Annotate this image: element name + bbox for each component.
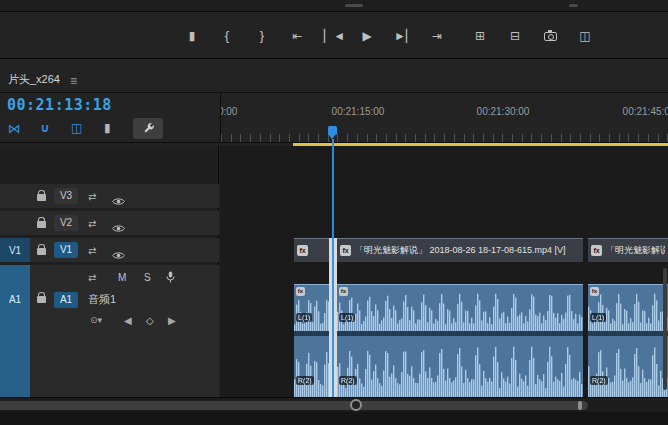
previous-keyframe-button[interactable]: ◀: [124, 315, 132, 326]
source-patch-a1[interactable]: A1: [0, 265, 30, 397]
track-header-v2: V2 ⇄: [0, 211, 219, 235]
timeline-settings-button[interactable]: [133, 118, 163, 139]
current-timecode[interactable]: 00:21:13:18: [7, 96, 112, 114]
track-header-v3: V3 ⇄: [0, 184, 219, 208]
camera-icon: [544, 32, 557, 41]
track-name-a1[interactable]: A1: [54, 292, 78, 308]
channel-label-left: L(1): [590, 313, 606, 322]
time-ruler[interactable]: 00:21:00:00 00:21:15:00 00:21:30:00 00:2…: [220, 93, 668, 143]
fx-badge: fx: [339, 287, 348, 296]
audio-clip-segment[interactable]: fx L(1) R(2): [294, 284, 329, 397]
timeline-tab-bar: 片头_x264 ≡: [0, 60, 668, 93]
audio-channel-left-lane: fx L(1): [294, 284, 329, 331]
ruler-label: 00:21:00:00: [220, 106, 237, 117]
ruler-label: 00:21:15:00: [332, 106, 385, 117]
linked-selection-icon[interactable]: ◫: [71, 122, 82, 134]
step-back-button[interactable]: ▏◄: [324, 30, 340, 42]
track-name-v1[interactable]: V1: [54, 242, 78, 258]
nest-sequence-icon[interactable]: ⋈: [8, 122, 21, 135]
clip-label: 「明光魅影解说」 2018-08-26 18-17-08-615.mp4 [V]: [355, 244, 566, 257]
fx-badge: fx: [591, 245, 602, 256]
go-to-out-button[interactable]: ⇥: [429, 30, 445, 42]
panel-menu-icon[interactable]: ≡: [70, 76, 77, 87]
audio-waveform: [337, 287, 583, 331]
scrollbar-end-grip[interactable]: [578, 401, 582, 410]
audio-channel-right-lane: R(2): [588, 336, 668, 397]
lift-button[interactable]: ⊞: [472, 30, 488, 42]
video-clip-segment[interactable]: fx 「明光魅影解说」 2018-08-2: [588, 238, 668, 262]
fx-badge: fx: [590, 287, 599, 296]
audio-waveform: [588, 339, 668, 397]
sync-lock-icon[interactable]: ⇄: [88, 272, 96, 283]
ruler-ticks: [221, 134, 668, 142]
eye-icon[interactable]: [112, 219, 125, 237]
vertical-scrollbar[interactable]: [663, 268, 667, 390]
eye-icon[interactable]: [112, 192, 125, 210]
export-frame-button[interactable]: [542, 30, 558, 42]
video-clip-segment[interactable]: fx: [294, 238, 329, 262]
audio-waveform: [337, 339, 583, 397]
next-keyframe-button[interactable]: ▶: [168, 315, 176, 326]
mark-in-button[interactable]: {: [219, 29, 235, 42]
sync-lock-icon[interactable]: ⇄: [88, 245, 96, 256]
horizontal-scrollbar[interactable]: [0, 397, 668, 412]
track-header-a1: A1 A1 ⇄ M S 音频1 ⊙▾ ◀ ◇ ▶: [0, 265, 219, 397]
voiceover-record-button[interactable]: [166, 269, 175, 287]
sync-lock-icon[interactable]: ⇄: [88, 218, 96, 229]
channel-label-right: R(2): [339, 376, 357, 385]
add-marker-icon[interactable]: ▮: [104, 122, 111, 134]
timeline-tab[interactable]: 片头_x264: [8, 72, 60, 87]
panel-grip: [569, 4, 578, 7]
fx-badge: fx: [340, 245, 351, 256]
playhead-handle[interactable]: [328, 126, 337, 135]
audio-channel-right-lane: R(2): [337, 336, 583, 397]
premiere-timeline-workspace: ▮ { } ⇤ ▏◄ ▶ ►▏ ⇥ ⊞ ⊟ ◫ 片头_x264 ≡ 00:21:…: [0, 0, 668, 425]
play-button[interactable]: ▶: [359, 30, 375, 42]
panel-grip: [345, 4, 363, 7]
eye-icon[interactable]: [112, 246, 125, 264]
fx-badge: fx: [297, 245, 308, 256]
audio-channel-right-lane: R(2): [294, 336, 329, 397]
scrollbar-knob[interactable]: [350, 399, 362, 411]
playhead-line[interactable]: [332, 139, 334, 397]
fx-badge: fx: [296, 287, 305, 296]
lock-icon[interactable]: [37, 296, 46, 303]
channel-label-left: L(1): [296, 313, 312, 322]
channel-label-left: L(1): [339, 313, 355, 322]
program-monitor-edge: [0, 0, 668, 12]
audio-track-name[interactable]: 音频1: [88, 292, 116, 307]
audio-channel-left-lane: fx L(1): [588, 284, 668, 331]
show-keyframes-button[interactable]: ⊙▾: [90, 315, 102, 325]
transport-controls: ▮ { } ⇤ ▏◄ ▶ ►▏ ⇥ ⊞ ⊟ ◫: [0, 13, 668, 59]
lock-icon[interactable]: [37, 221, 46, 228]
mark-out-button[interactable]: }: [254, 29, 270, 42]
snap-icon[interactable]: ∪: [40, 122, 50, 134]
track-name-v3[interactable]: V3: [54, 188, 78, 204]
audio-waveform: [588, 287, 668, 331]
panel-bottom-edge: [0, 412, 668, 425]
mute-button[interactable]: M: [118, 272, 126, 283]
wrench-icon: [142, 122, 155, 135]
lock-icon[interactable]: [37, 248, 46, 255]
scrollbar-thumb[interactable]: [0, 401, 588, 410]
audio-clip-segment[interactable]: fx L(1) R(2): [588, 284, 668, 397]
audio-clip-segment[interactable]: fx L(1) R(2): [337, 284, 583, 397]
comparison-view-button[interactable]: ◫: [577, 30, 593, 42]
track-name-v2[interactable]: V2: [54, 215, 78, 231]
extract-button[interactable]: ⊟: [507, 30, 523, 42]
add-marker-button[interactable]: ▮: [184, 30, 200, 42]
track-header-v1: V1 V1 ⇄: [0, 238, 219, 262]
sync-lock-icon[interactable]: ⇄: [88, 191, 96, 202]
channel-label-right: R(2): [296, 376, 314, 385]
lock-icon[interactable]: [37, 194, 46, 201]
source-patch-v1[interactable]: V1: [0, 238, 30, 262]
go-to-in-button[interactable]: ⇤: [289, 30, 305, 42]
add-keyframe-button[interactable]: ◇: [146, 315, 154, 326]
step-forward-button[interactable]: ►▏: [394, 30, 410, 42]
video-clip-segment[interactable]: fx 「明光魅影解说」 2018-08-26 18-17-08-615.mp4 …: [337, 238, 583, 262]
channel-label-right: R(2): [590, 376, 608, 385]
clip-label: 「明光魅影解说」 2018-08-2: [606, 244, 665, 257]
audio-channel-left-lane: fx L(1): [337, 284, 583, 331]
solo-button[interactable]: S: [144, 272, 151, 283]
ruler-label: 00:21:30:00: [477, 106, 530, 117]
